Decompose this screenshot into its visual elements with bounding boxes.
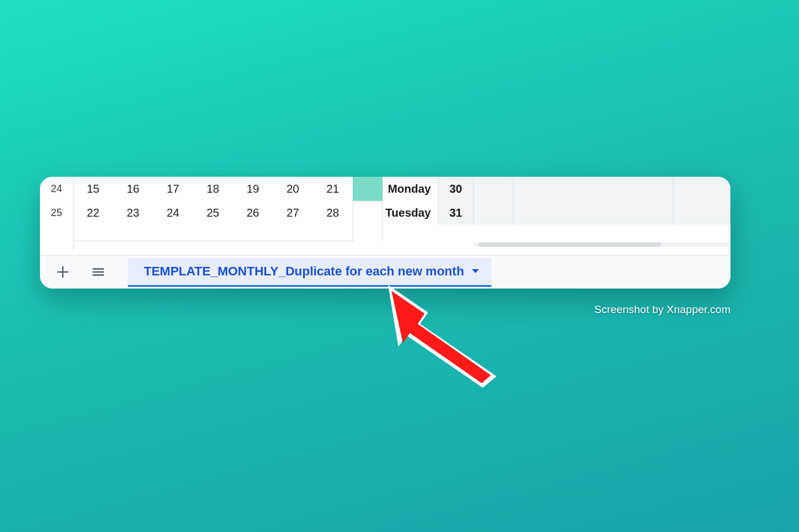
calendar-day[interactable]: 17 — [167, 182, 179, 196]
horizontal-scrollbar[interactable] — [474, 241, 731, 249]
svg-marker-6 — [392, 291, 491, 383]
row-header-blank — [40, 225, 74, 252]
calendar-highlight — [103, 228, 332, 241]
calendar-day[interactable]: 19 — [247, 182, 259, 196]
all-sheets-button[interactable] — [86, 259, 111, 285]
day-label[interactable]: Monday — [349, 177, 438, 201]
empty-cell[interactable] — [514, 177, 673, 201]
calendar-day[interactable]: 23 — [127, 206, 139, 220]
scrollbar-thumb[interactable] — [478, 242, 661, 247]
empty-cell[interactable] — [474, 201, 514, 225]
calendar-day[interactable]: 26 — [247, 206, 259, 220]
calendar-day[interactable]: 22 — [87, 206, 99, 220]
calendar-day[interactable]: 28 — [326, 206, 339, 220]
calendar-day[interactable]: 21 — [326, 182, 339, 196]
spreadsheet-window: 24 25 15 16 17 18 19 20 21 22 23 24 25 2… — [40, 177, 731, 289]
add-sheet-button[interactable] — [50, 259, 75, 285]
calendar-row: 15 16 17 18 19 20 21 — [73, 177, 353, 201]
sheet-tab-bar: TEMPLATE_MONTHLY_Duplicate for each new … — [40, 255, 731, 289]
day-date[interactable]: 31 — [438, 201, 474, 225]
calendar-day[interactable]: 16 — [127, 182, 139, 196]
attribution-text: Screenshot by Xnapper.com — [594, 303, 731, 316]
annotation-arrow — [365, 285, 525, 388]
plus-icon — [55, 265, 70, 279]
grid-area: 24 25 15 16 17 18 19 20 21 22 23 24 25 2… — [40, 177, 731, 252]
day-date[interactable]: 30 — [438, 177, 474, 201]
day-label[interactable]: Tuesday — [349, 201, 438, 225]
sheet-tab-label: TEMPLATE_MONTHLY_Duplicate for each new … — [144, 264, 464, 279]
row-header[interactable]: 24 — [40, 177, 74, 201]
sheet-tab-active[interactable]: TEMPLATE_MONTHLY_Duplicate for each new … — [128, 258, 491, 287]
empty-cell[interactable] — [673, 201, 731, 225]
calendar-row: 22 23 24 25 26 27 28 — [73, 201, 353, 225]
calendar-day[interactable]: 27 — [286, 206, 299, 220]
svg-marker-5 — [388, 285, 497, 388]
empty-cell[interactable] — [474, 177, 514, 201]
mini-calendar[interactable]: 15 16 17 18 19 20 21 22 23 24 25 26 27 2… — [73, 177, 353, 241]
empty-cell[interactable] — [514, 201, 673, 225]
calendar-day[interactable]: 20 — [286, 182, 299, 196]
row-header[interactable]: 25 — [40, 201, 74, 225]
calendar-day[interactable]: 25 — [207, 206, 219, 220]
calendar-day[interactable]: 24 — [167, 206, 179, 220]
calendar-day[interactable]: 18 — [207, 182, 219, 196]
empty-cell[interactable] — [673, 177, 731, 201]
menu-icon — [91, 265, 106, 279]
chevron-down-icon[interactable] — [472, 269, 479, 273]
calendar-day[interactable]: 15 — [87, 182, 99, 196]
